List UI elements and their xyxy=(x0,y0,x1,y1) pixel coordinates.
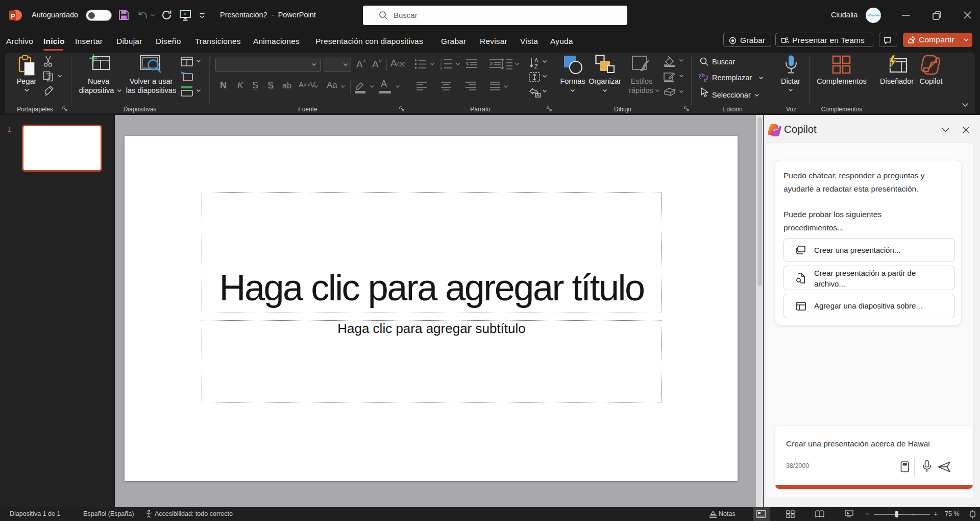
svg-text:3: 3 xyxy=(440,66,442,70)
svg-text:Z: Z xyxy=(534,63,538,69)
svg-text:c: c xyxy=(704,77,707,82)
svg-text:2: 2 xyxy=(440,62,442,66)
svg-text:1: 1 xyxy=(440,58,442,62)
svg-text:A: A xyxy=(534,57,538,63)
svg-text:P: P xyxy=(11,12,15,20)
